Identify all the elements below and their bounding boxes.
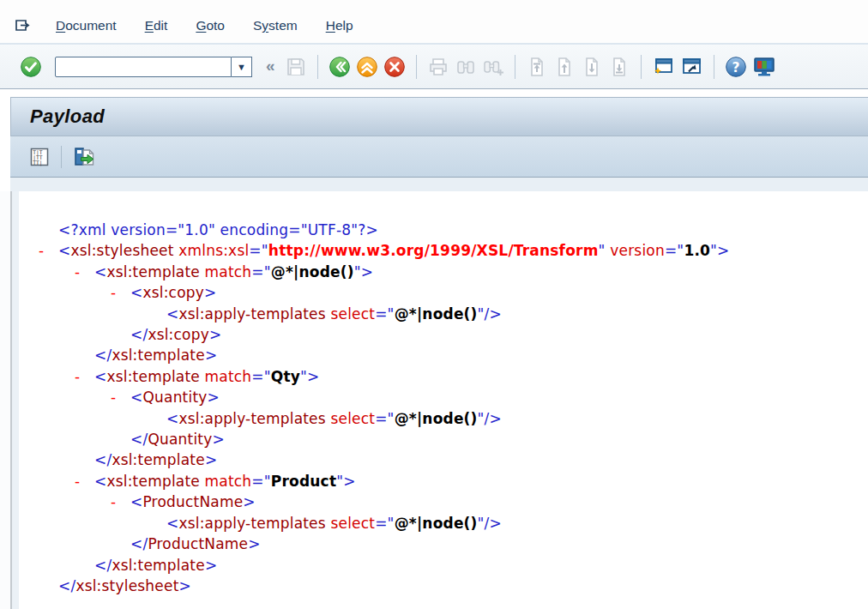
toolbar-groups: ? [310,55,779,79]
collapse-node-marker[interactable]: - [75,471,94,491]
xml-line: -<xsl:stylesheet xmlns:xsl="http://www.w… [58,240,868,261]
xml-token-p: " [599,242,606,259]
xml-token-p: < [166,410,178,427]
chevron-down-icon: ▼ [237,62,246,72]
new-session-button[interactable] [652,56,675,78]
customize-layout-button[interactable] [752,56,776,78]
table-view-icon: T|T|TTTT| [28,146,51,168]
xml-line: <xsl:apply-templates select="@*|node()"/… [58,304,868,324]
first-page-button[interactable] [526,56,548,78]
xml-token-p: </ [130,326,148,343]
xml-token-p: > [205,451,217,468]
xml-token-at: match [200,368,251,385]
menu-item-help[interactable]: Help [326,18,353,33]
command-field-dropdown[interactable]: ▼ [232,57,252,77]
next-page-icon [581,56,603,78]
xml-token-p: < [130,389,142,406]
collapse-node-marker[interactable]: - [75,366,94,387]
xml-line: <?xml version="1.0" encoding="UTF-8"?> [58,220,868,240]
xml-token-v: Qty [271,368,300,385]
xml-token-p: =" [375,410,394,427]
xml-token-el: xsl:stylesheet [75,577,178,594]
menu-item-edit[interactable]: Edit [145,18,168,33]
xml-line: <xsl:apply-templates select="@*|node()"/… [58,513,868,534]
next-page-button[interactable] [581,56,603,78]
save-button[interactable] [285,56,307,78]
collapse-node-marker[interactable]: - [111,491,130,512]
xml-token-p: > [243,493,255,510]
help-icon: ? [725,56,747,78]
xml-token-p: > [205,347,217,364]
xml-token-el: Quantity [142,389,207,406]
xml-viewer[interactable]: <?xml version="1.0" encoding="UTF-8"?>-<… [19,191,868,609]
xml-line: </xsl:stylesheet> [58,576,868,596]
xml-token-p: "> [336,473,355,490]
xml-token-p: "/> [478,305,502,323]
exit-button[interactable] [356,56,378,78]
create-shortcut-icon [680,56,703,78]
xml-token-at: select [326,515,375,532]
xml-token-el: ProductName [142,493,243,510]
xml-token-p: < [94,473,106,490]
last-page-icon [608,56,630,78]
create-shortcut-button[interactable] [680,56,703,78]
collapse-node-marker[interactable]: - [39,240,58,261]
title-bar: Payload [10,97,868,136]
xml-token-el: xsl:apply-templates [178,515,325,532]
print-icon [427,56,449,78]
xml-token-el: xsl:apply-templates [178,410,325,427]
back-button[interactable] [329,56,351,78]
xml-token-p: </ [58,577,75,594]
xml-line: -<ProductName> [58,491,868,512]
xml-token-at: xmlns:xsl [174,242,250,259]
collapse-node-marker[interactable]: - [75,262,94,282]
find-button[interactable] [455,56,477,78]
toolbar-separator [416,55,417,79]
xml-token-p: < [58,242,70,259]
last-page-button[interactable] [608,56,630,78]
xml-token-el: ProductName [148,535,248,552]
xml-token-v: @*|node() [271,263,354,280]
xml-token-p: > [208,389,220,406]
xml-token-p: < [130,284,142,301]
xml-token-v: @*|node() [395,515,478,532]
left-margin [0,191,10,609]
command-field[interactable] [55,57,232,77]
sap-system-menu-icon[interactable] [14,17,33,34]
enter-button[interactable] [20,56,42,78]
menu-item-goto[interactable]: Goto [196,18,225,33]
left-inner-strip [12,191,19,609]
previous-page-button[interactable] [553,56,576,78]
xml-token-el: xsl:template [112,347,205,364]
menu-item-document[interactable]: Document [56,18,117,33]
menu-items: DocumentEditGotoSystemHelp [56,18,382,33]
xml-token-p: </ [94,557,112,574]
table-view-button[interactable]: T|T|TTTT| [28,146,51,168]
collapse-node-marker[interactable]: - [111,282,130,303]
xml-token-el: Quantity [148,431,212,448]
collapse-node-marker[interactable]: - [111,387,130,407]
xml-token-el: xsl:template [106,368,200,385]
xml-token-el: xsl:copy [142,284,204,301]
xml-token-p: > [205,557,217,574]
page-title: Payload [11,106,105,128]
export-button[interactable] [72,145,97,168]
cancel-button[interactable] [383,56,406,78]
menu-item-system[interactable]: System [253,18,298,33]
xml-line: </xsl:copy> [58,324,868,345]
command-field-wrap: ▼ [55,57,252,77]
toolbar-separator [317,55,318,79]
xml-token-p: "> [300,368,319,385]
help-button[interactable]: ? [725,56,747,78]
xml-token-p: > [204,284,216,301]
print-button[interactable] [427,56,449,78]
find-next-button[interactable] [482,56,504,78]
application-toolbar: T|T|TTTT| [10,136,868,178]
collapse-toolbar-button[interactable]: « [266,57,275,75]
xml-token-p: "/> [478,515,502,532]
cancel-icon [383,56,406,78]
xml-line: </xsl:template> [58,555,868,576]
standard-toolbar: ▼ « ? [0,45,868,89]
application-toolbar-buttons: T|T|TTTT| [25,145,100,168]
xml-line: -<xsl:copy> [58,282,868,303]
